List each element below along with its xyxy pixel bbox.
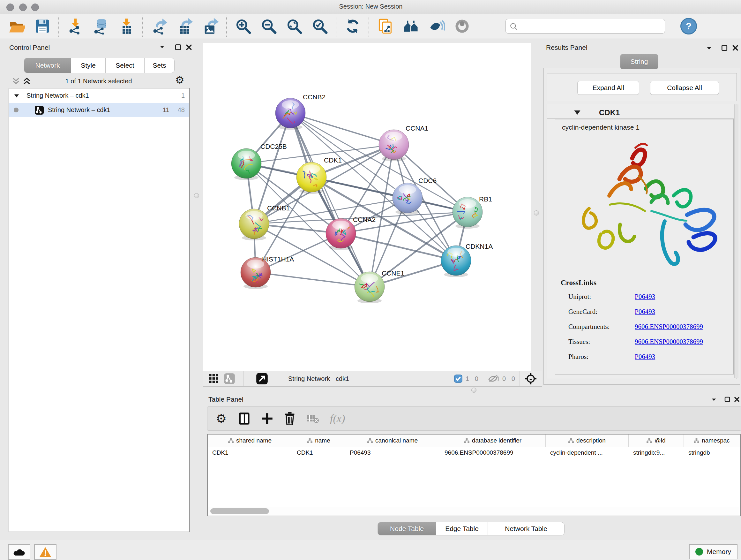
detach-view-icon[interactable] [256, 373, 268, 385]
svg-text:CDK1: CDK1 [324, 157, 342, 164]
column-header[interactable]: description [546, 435, 629, 447]
hide-graphics-details-icon[interactable] [428, 17, 445, 36]
table-panel-collapse-icon[interactable] [711, 397, 717, 404]
bird-eye-view-icon[interactable] [454, 17, 470, 36]
tab-string[interactable]: String [620, 54, 658, 69]
search-box[interactable] [506, 19, 665, 34]
table-cell[interactable]: cyclin-dependent ... [546, 447, 629, 458]
column-header[interactable]: namespac [684, 435, 740, 447]
import-network-file-icon[interactable] [67, 17, 84, 36]
column-header[interactable]: canonical name [345, 435, 440, 447]
table-header-row: shared namenamecanonical namedatabase id… [208, 435, 740, 447]
zoom-selected-icon[interactable] [312, 17, 328, 36]
collection-expand-icon[interactable] [14, 93, 19, 98]
results-panel-close-icon[interactable] [732, 44, 739, 53]
right-splitter-handle[interactable] [534, 210, 539, 215]
table-horizontal-scrollbar[interactable] [208, 507, 739, 515]
network-options-gear-icon[interactable]: ⚙ [175, 74, 185, 86]
network-node-CDC6 [393, 183, 422, 214]
selected-node-edge-counts: 1 - 0 [466, 375, 478, 382]
crosslink-value-link[interactable]: P06493 [635, 293, 655, 301]
network-collection-row[interactable]: String Network – cdk1 1 [9, 88, 189, 103]
table-tabs: Node Table Edge Table Network Table [378, 522, 564, 536]
cloud-button[interactable] [8, 544, 30, 560]
protein-collapse-icon[interactable] [574, 109, 581, 117]
control-panel-float-icon[interactable] [175, 44, 182, 52]
save-session-icon[interactable] [34, 17, 51, 36]
table-cell[interactable]: stringdb:9... [629, 447, 684, 458]
selected-checkbox-icon[interactable] [454, 374, 462, 383]
crosslink-value-link[interactable]: P06493 [635, 308, 655, 316]
tab-edge-table[interactable]: Edge Table [436, 522, 488, 536]
delete-column-trash-icon[interactable] [284, 412, 295, 425]
delete-table-icon[interactable] [307, 414, 319, 424]
collapse-all-button[interactable]: Collapse All [650, 81, 719, 95]
control-panel-close-icon[interactable] [185, 44, 192, 52]
export-network-icon[interactable] [151, 17, 167, 36]
column-header[interactable]: name [292, 435, 345, 447]
network-row[interactable]: String Network – cdk1 11 48 [9, 103, 189, 117]
tab-node-table[interactable]: Node Table [378, 522, 436, 536]
home-networks-icon[interactable] [403, 17, 419, 36]
table-cell[interactable]: P06493 [345, 447, 440, 458]
column-type-icon [307, 438, 313, 443]
clone-network-icon[interactable] [377, 17, 394, 36]
crosslink-value-link[interactable]: 9606.ENSP00000378699 [635, 338, 703, 346]
export-image-icon[interactable] [202, 17, 219, 36]
show-columns-icon[interactable] [238, 412, 250, 425]
hidden-eye-icon[interactable] [488, 374, 499, 383]
column-header[interactable]: shared name [208, 435, 292, 447]
bottom-splitter-handle[interactable] [471, 388, 476, 393]
column-header[interactable]: database identifier [440, 435, 546, 447]
table-panel-float-icon[interactable] [724, 396, 731, 404]
crosslink-value-link[interactable]: P06493 [635, 353, 655, 361]
network-node-CDC25B [231, 148, 261, 180]
column-header[interactable]: @id [629, 435, 684, 447]
expand-all-button[interactable]: Expand All [577, 81, 639, 95]
table-cell[interactable]: CDK1 [208, 447, 292, 458]
open-session-icon[interactable] [9, 17, 25, 36]
add-column-icon[interactable] [261, 413, 273, 425]
zoom-in-icon[interactable] [235, 17, 252, 36]
scrollbar-thumb[interactable] [210, 508, 269, 514]
tab-sets[interactable]: Sets [145, 58, 175, 73]
tab-network-table[interactable]: Network Table [488, 522, 564, 536]
network-view-icon[interactable] [224, 373, 235, 384]
protein-description: cyclin-dependent kinase 1 [562, 124, 639, 131]
search-input[interactable] [520, 22, 655, 30]
table-settings-gear-icon[interactable]: ⚙ [216, 412, 226, 426]
tab-style[interactable]: Style [71, 58, 106, 73]
crosslink-label: Pharos: [568, 353, 589, 361]
table-cell[interactable]: CDK1 [292, 447, 345, 458]
results-scrollbar[interactable] [734, 105, 738, 378]
control-panel-collapse-icon[interactable] [158, 44, 165, 51]
protein-name-heading: CDK1 [599, 108, 620, 117]
network-canvas[interactable]: CCNB2CCNA1CDC25BCDK1CDC6RB1CCNB1CCNA2CDK… [203, 43, 531, 371]
export-table-icon[interactable] [177, 17, 193, 36]
results-panel-collapse-icon[interactable] [705, 45, 713, 53]
results-panel-float-icon[interactable] [721, 44, 728, 53]
fit-content-crosshair-icon[interactable] [524, 372, 537, 385]
left-splitter-handle[interactable] [194, 193, 199, 198]
network-status-dot-icon [14, 108, 18, 112]
grid-view-icon[interactable] [208, 373, 219, 384]
memory-button[interactable]: Memory [689, 544, 738, 559]
refresh-icon[interactable] [344, 17, 361, 36]
function-builder-icon[interactable]: f(x) [330, 413, 345, 425]
import-network-database-icon[interactable] [92, 17, 109, 36]
warnings-button[interactable] [34, 544, 57, 560]
table-row[interactable]: CDK1CDK1P064939606.ENSP00000378699cyclin… [208, 447, 740, 458]
table-cell[interactable]: 9606.ENSP00000378699 [440, 447, 546, 458]
tab-network[interactable]: Network [24, 58, 71, 73]
zoom-fit-icon[interactable] [286, 17, 302, 36]
zoom-out-icon[interactable] [260, 17, 277, 36]
tab-select[interactable]: Select [106, 58, 145, 73]
crosslink-value-link[interactable]: 9606.ENSP00000378699 [635, 323, 703, 331]
table-cell[interactable]: stringdb [684, 447, 740, 458]
network-selection-status: 1 of 1 Network selected [9, 78, 189, 85]
table-body: CDK1CDK1P064939606.ENSP00000378699cyclin… [208, 447, 740, 458]
svg-text:CCNA1: CCNA1 [406, 125, 428, 132]
table-panel-close-icon[interactable] [734, 396, 740, 404]
help-button[interactable]: ? [680, 18, 697, 35]
import-table-file-icon[interactable] [118, 17, 135, 36]
